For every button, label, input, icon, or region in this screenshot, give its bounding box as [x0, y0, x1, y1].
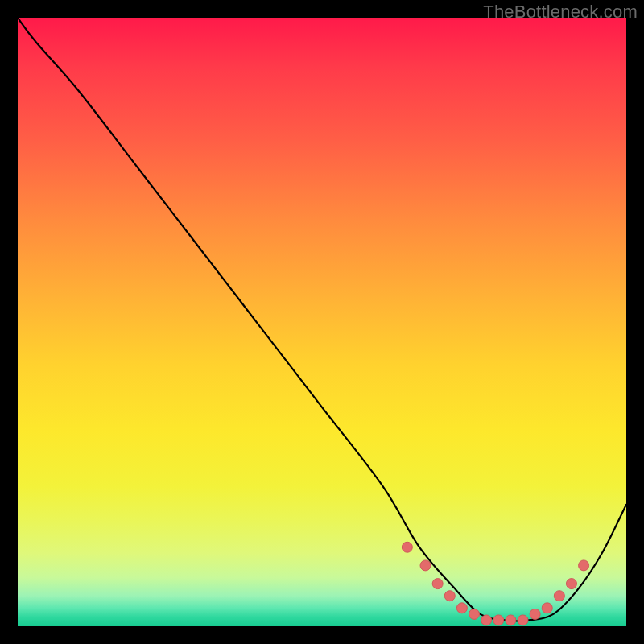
plot-area [18, 18, 626, 626]
chart-stage: TheBottleneck.com [0, 0, 644, 644]
heat-gradient [18, 18, 626, 626]
